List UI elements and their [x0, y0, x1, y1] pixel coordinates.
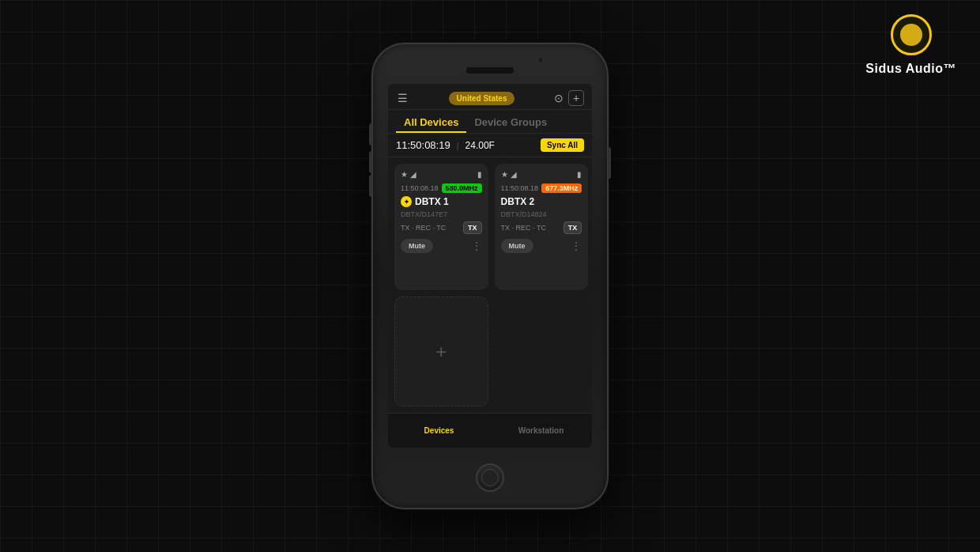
add-device-icon: +	[435, 341, 447, 363]
battery-icon-1: ▮	[477, 170, 482, 179]
device-name-1: DBTX 1	[415, 196, 449, 207]
sync-all-button[interactable]: Sync All	[541, 138, 584, 152]
region-pill[interactable]: United States	[449, 92, 515, 105]
device-name-2: DBTX 2	[501, 196, 535, 207]
brand-area: Sidus Audio™	[865, 14, 956, 76]
phone-screen: ☰ United States ⊙ + All Devices Device G…	[388, 84, 592, 448]
device-actions-2: Mute ⋮	[501, 239, 582, 253]
mute-button-1[interactable]: Mute	[401, 239, 433, 253]
device-grid: ★ ◢ ▮ 11:50:08.18 580.0MHz ✦ DBTX 1 DBTX…	[388, 157, 592, 413]
hamburger-icon[interactable]: ☰	[396, 90, 409, 106]
brand-name: Sidus Audio™	[865, 62, 956, 76]
framerate-display: 24.00F	[466, 140, 495, 151]
bottom-nav: Devices Workstation	[388, 413, 592, 448]
nav-devices-label: Devices	[424, 426, 454, 435]
app-tabs: All Devices Device Groups	[388, 110, 592, 134]
phone-camera	[537, 57, 544, 63]
region-badge: United States	[414, 92, 549, 105]
device-signals-1: ★ ◢	[401, 170, 416, 179]
timecode-separator: |	[457, 141, 459, 150]
device-serial-1: DBTX/D147E7	[401, 210, 482, 218]
nav-workstation-label: Workstation	[518, 426, 564, 435]
add-button[interactable]: +	[568, 90, 584, 106]
device-card-top-2: ★ ◢ ▮	[501, 170, 582, 179]
bluetooth-icon-1: ★	[401, 170, 408, 179]
tx-badge-2: TX	[564, 221, 582, 234]
battery-icon-2: ▮	[577, 170, 582, 179]
bluetooth-icon-2: ★	[501, 170, 508, 179]
add-device-card[interactable]: +	[394, 297, 488, 406]
settings-icon[interactable]: ⊙	[554, 92, 564, 104]
home-button-inner	[481, 469, 499, 486]
device-serial-2: DBTX/D14824	[501, 210, 582, 218]
signal-icon-1: ◢	[410, 170, 416, 179]
device-actions-1: Mute ⋮	[401, 239, 482, 253]
device-icon-1: ✦	[401, 196, 412, 207]
timecode-bar: 11:50:08:19 | 24.00F Sync All	[388, 134, 592, 157]
device-time-2: 11:50:08.18	[501, 184, 539, 192]
mute-button-2[interactable]: Mute	[501, 239, 533, 253]
tab-all-devices[interactable]: All Devices	[396, 110, 466, 133]
device-name-row-2: DBTX 2	[501, 196, 582, 207]
device-mode-row-1: TX · REC · TC TX	[401, 221, 482, 234]
app-header: ☰ United States ⊙ +	[388, 84, 592, 110]
timecode-display: 11:50:08:19	[396, 139, 450, 151]
device-time-row-1: 11:50:08.18 580.0MHz	[401, 183, 482, 193]
device-card-top-1: ★ ◢ ▮	[401, 170, 482, 179]
device-modes-2: TX · REC · TC	[501, 224, 546, 232]
device-time-1: 11:50:08.18	[401, 184, 439, 192]
device-time-row-2: 11:50:08.18 677.3MHz	[501, 183, 582, 193]
nav-devices[interactable]: Devices	[388, 414, 490, 448]
tab-device-groups[interactable]: Device Groups	[466, 110, 555, 133]
device-mode-row-2: TX · REC · TC TX	[501, 221, 582, 234]
brand-logo-inner	[900, 24, 922, 46]
device-signals-2: ★ ◢	[501, 170, 517, 179]
phone-outer: ☰ United States ⊙ + All Devices Device G…	[371, 43, 609, 509]
device-card-dbtx1[interactable]: ★ ◢ ▮ 11:50:08.18 580.0MHz ✦ DBTX 1 DBTX…	[394, 164, 488, 290]
header-icons: ⊙ +	[554, 90, 584, 106]
tx-badge-1: TX	[463, 221, 482, 234]
phone-bottom	[476, 448, 504, 508]
device-name-row-1: ✦ DBTX 1	[401, 196, 482, 207]
signal-icon-2: ◢	[511, 170, 517, 179]
phone-wrapper: ☰ United States ⊙ + All Devices Device G…	[371, 43, 609, 509]
freq-badge-1: 580.0MHz	[442, 183, 482, 193]
more-button-2[interactable]: ⋮	[571, 240, 582, 252]
nav-workstation[interactable]: Workstation	[490, 414, 592, 448]
more-button-1[interactable]: ⋮	[471, 240, 482, 252]
brand-logo	[891, 14, 932, 55]
freq-badge-2: 677.3MHz	[541, 183, 582, 193]
device-modes-1: TX · REC · TC	[401, 224, 446, 232]
home-button[interactable]	[476, 463, 504, 492]
phone-speaker	[466, 67, 514, 74]
device-card-dbtx2[interactable]: ★ ◢ ▮ 11:50:08.18 677.3MHz DBTX 2 DBTX/D…	[495, 164, 589, 290]
phone-top	[373, 44, 607, 84]
